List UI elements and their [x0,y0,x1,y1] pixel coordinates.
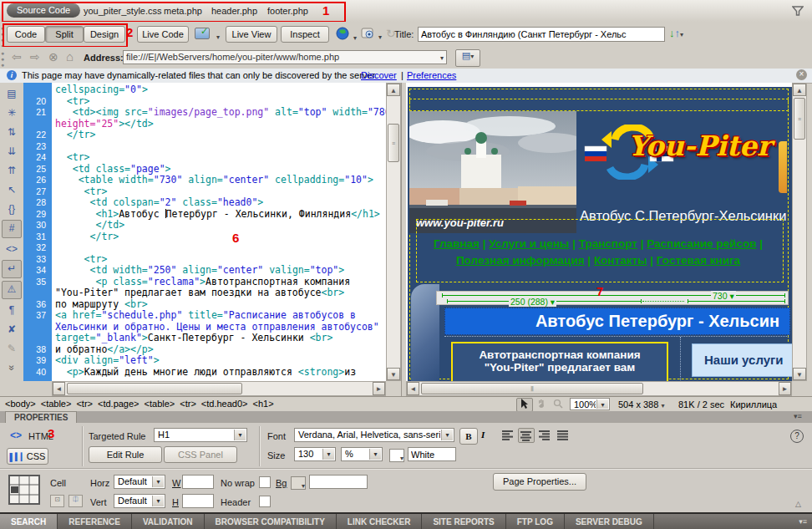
code-line[interactable]: </td> [55,220,386,231]
align-right-icon[interactable] [536,428,553,443]
css-panel-button[interactable]: CSS Panel [164,446,237,463]
stop-icon[interactable]: ⊗ [48,50,58,64]
code-line[interactable]: <td colspan="2" class="head0"> [55,197,386,209]
horz-select[interactable]: Default▾ [114,475,165,489]
code-line[interactable]: height="25"></td> [55,119,386,130]
select-parent-tag-icon[interactable]: ↖ [3,181,21,198]
file-status-icon[interactable]: ▾ [361,28,382,41]
inspect-button[interactable]: Inspect [281,26,329,43]
selection-tool-icon[interactable] [516,398,533,412]
live-code-button[interactable]: Live Code [137,26,189,43]
code-line[interactable]: <tr> [55,96,386,108]
results-tab-reference[interactable]: REFERENCE [58,514,132,529]
tag-selector-item[interactable]: <tr> [180,399,196,409]
open-documents-icon[interactable]: ▤ [3,85,21,102]
home-icon[interactable]: ⌂ [66,49,74,64]
code-line[interactable]: </tr> [55,130,386,141]
preferences-link[interactable]: Preferences [407,70,456,80]
tag-selector-item[interactable]: <tr> [76,399,93,409]
font-select[interactable]: Verdana, Arial, Helvetica, sans-serif▾ [294,428,454,442]
design-nav-link[interactable]: Полезная информация [456,254,585,267]
table-width-bar[interactable]: 730 ▾ 250 (288) ▾ [436,291,789,305]
code-line[interactable] [55,242,386,254]
design-view-button[interactable]: Design [84,26,125,43]
design-view-canvas[interactable]: www.you-piter.ru You-Piter Автобус С.Пет… [406,83,792,381]
word-wrap-icon[interactable]: ↵ [2,260,22,278]
size-unit-select[interactable]: %▾ [341,447,383,461]
hand-tool-icon[interactable] [533,398,550,412]
align-center-icon[interactable] [518,428,535,443]
panel-menu-icon[interactable]: ▾≡ [794,412,802,420]
promo-box[interactable]: Автотранспортная компания "You-Piter" пр… [451,342,668,381]
related-file-meta.php[interactable]: meta.php [164,6,202,16]
related-file-you_piter_style.css[interactable]: you_piter_style.css [84,6,162,16]
results-tab-validation[interactable]: VALIDATION [132,514,205,529]
expand-all-icon[interactable]: ⇈ [3,162,21,179]
table-width-menu[interactable]: 730 ▾ [711,291,736,301]
code-editor[interactable]: cellspacing="0"> <tr> <td><img src="imag… [52,83,386,381]
close-infobar-icon[interactable]: × [796,69,807,80]
justify-icon[interactable] [555,428,571,443]
design-nav-link[interactable]: Транспорт [579,237,637,250]
html-mode-icon[interactable]: <> [10,430,22,441]
code-line[interactable]: cellspacing="0"> [55,84,386,96]
results-panel-menu-icon[interactable]: ▾≡ [799,517,807,526]
code-horizontal-scrollbar[interactable]: ◄ ► [52,381,386,396]
code-line[interactable]: <h1>Автобус Петербург - Хельсинки, Финля… [55,209,386,221]
bg-color-input[interactable] [309,475,368,489]
design-nav-link[interactable]: Расписание рейсов [647,237,756,250]
tag-selector-item[interactable]: <td.head0> [201,399,248,409]
collapse-selection-icon[interactable]: ⇊ [3,143,21,160]
tag-selector-item[interactable]: <table> [145,399,175,409]
code-line[interactable]: и обратно</a></p> [55,344,386,356]
edit-rule-button[interactable]: Edit Rule [89,446,162,463]
design-horizontal-scrollbar[interactable]: ◄ ⦀ ► [406,381,792,396]
back-icon[interactable]: ⇦ [12,50,22,64]
balance-braces-icon[interactable]: {} [3,201,21,217]
code-navigator-icon[interactable]: ✳ [3,104,21,121]
address-input[interactable]: file:///E|/WebServers/home/you-piter/www… [123,50,447,64]
code-line[interactable]: <td><img src="images/page_top.png" alt="… [55,107,386,119]
tag-selector-item[interactable]: <body> [5,399,36,409]
results-tab-ftp-log[interactable]: FTP LOG [506,514,565,529]
discover-link[interactable]: Discover [361,70,397,80]
remove-comment-icon[interactable]: ✘ [3,321,21,338]
toolbar-grip[interactable]: ●●●● [1,25,4,48]
column-width-menu[interactable]: 250 (288) ▾ [509,297,556,307]
targeted-rule-select[interactable]: H1▾ [154,428,247,442]
no-wrap-checkbox[interactable] [259,476,271,488]
code-line[interactable]: <p class="reclama">Автотранспортная комп… [55,277,386,288]
text-color-well[interactable]: ▾ [389,449,404,462]
results-tab-server-debug[interactable]: SERVER DEBUG [565,514,654,529]
collapse-panel-icon[interactable]: △ [795,500,801,508]
results-tab-search[interactable]: SEARCH [0,514,58,529]
page-properties-button[interactable]: Page Properties... [493,473,586,491]
services-box[interactable]: Наши услуги [692,343,792,377]
color-name-input[interactable] [408,447,456,461]
code-line[interactable]: <tr> [55,186,386,198]
results-tab-browser-compatibility[interactable]: BROWSER COMPATIBILITY [205,514,337,529]
header-checkbox[interactable] [259,496,271,507]
related-file-header.php[interactable]: header.php [211,6,257,16]
code-line[interactable]: <table width="730" align="center" cellpa… [55,175,386,186]
help-icon[interactable]: ? [790,430,804,443]
design-vertical-scrollbar[interactable]: ▲ ≡ ▼ [792,83,807,381]
title-input[interactable] [418,27,665,42]
preview-in-browser-icon[interactable]: ▾ [336,27,357,42]
code-view-button[interactable]: Code [7,26,45,43]
bold-button[interactable]: B [459,428,478,445]
tag-selector-item[interactable]: <table> [41,399,72,409]
w-input[interactable] [182,475,214,489]
design-h1-heading[interactable]: Автобус Петербург - Хельсин [444,308,790,335]
merge-cells-icon[interactable]: ⊡ [50,495,64,507]
code-line[interactable]: <p>Каждый день многие люди отправляются … [55,367,386,379]
live-view-button[interactable]: Live View [226,26,277,43]
results-tab-link-checker[interactable]: LINK CHECKER [337,514,423,529]
vert-select[interactable]: Default▾ [114,494,165,508]
forward-icon[interactable]: ⇨ [30,50,40,64]
code-line[interactable] [55,141,386,153]
design-nav-link[interactable]: Контакты [594,254,647,267]
highlight-invalid-code-icon[interactable]: <> [3,241,21,257]
design-nav-link[interactable]: Гостевая книга [657,254,740,267]
code-line[interactable]: <td class="page"> [55,164,386,175]
